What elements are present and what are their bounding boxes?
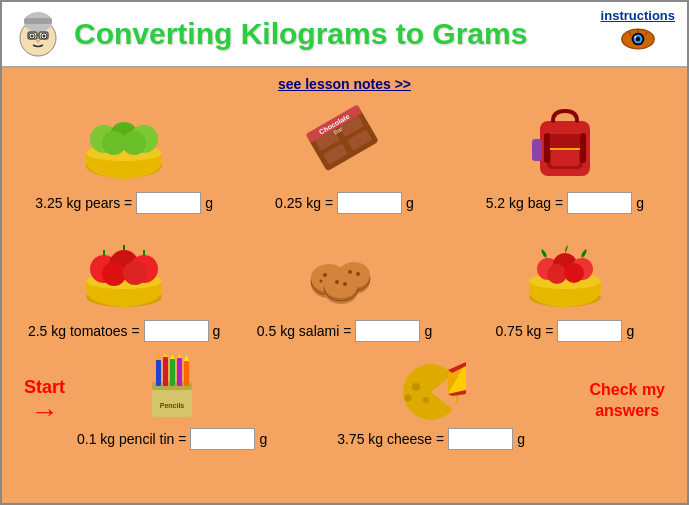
svg-marker-81	[163, 353, 168, 357]
problem-chocolate: Chocolate Bar 0.25 kg = g	[234, 96, 454, 214]
svg-marker-85	[177, 353, 182, 358]
problem-cheese: 3.75 kg cheese = g	[337, 352, 525, 450]
svg-point-65	[324, 272, 358, 298]
cheese-unit: g	[517, 431, 525, 447]
problem-bowl075: 0.75 kg = g	[455, 224, 675, 342]
svg-point-6	[43, 35, 46, 38]
pears-label: 3.25 kg pears =	[35, 195, 132, 211]
bowl075-unit: g	[626, 323, 634, 339]
tomatoes-unit: g	[213, 323, 221, 339]
salami-input[interactable]	[355, 320, 420, 342]
bowl075-label: 0.75 kg =	[495, 323, 553, 339]
start-area[interactable]: Start →	[24, 377, 65, 426]
svg-point-66	[335, 280, 339, 284]
svg-point-94	[405, 395, 412, 402]
bag-unit: g	[636, 195, 644, 211]
problems-grid: 3.25 kg pears = g	[14, 96, 675, 342]
pencil-image: Pencils	[137, 352, 207, 422]
cheese-label: 3.75 kg cheese =	[337, 431, 444, 447]
check-answers-button[interactable]: Check my answers	[589, 380, 665, 422]
mascot-icon	[12, 8, 64, 60]
svg-marker-79	[156, 354, 161, 360]
tomatoes-input[interactable]	[144, 320, 209, 342]
tomatoes-label: 2.5 kg tomatoes =	[28, 323, 140, 339]
chocolate-unit: g	[406, 195, 414, 211]
salami-label: 0.5 kg salami =	[257, 323, 352, 339]
svg-rect-40	[532, 139, 542, 161]
svg-marker-87	[184, 355, 189, 361]
bowl075-problem-row: 0.75 kg = g	[495, 320, 634, 342]
pears-problem-row: 3.25 kg pears = g	[35, 192, 213, 214]
svg-point-46	[102, 262, 126, 286]
svg-point-56	[320, 280, 323, 283]
chocolate-problem-row: 0.25 kg = g	[275, 192, 414, 214]
svg-rect-78	[156, 360, 161, 386]
arrow-right-icon: →	[31, 398, 59, 426]
lesson-notes-link[interactable]: see lesson notes >>	[14, 76, 675, 92]
page-title: Converting Kilograms to Grams	[74, 17, 677, 51]
svg-point-14	[636, 37, 641, 42]
svg-text:Pencils: Pencils	[160, 402, 185, 409]
eye-icon	[620, 27, 656, 51]
problem-pencil: Pencils 0.1 kg pen	[77, 352, 267, 450]
chocolate-input[interactable]	[337, 192, 402, 214]
bag-label: 5.2 kg bag =	[486, 195, 563, 211]
chocolate-label: 0.25 kg =	[275, 195, 333, 211]
salami-unit: g	[424, 323, 432, 339]
svg-point-92	[412, 383, 420, 391]
bowl075-image	[520, 224, 610, 314]
salami-problem-row: 0.5 kg salami = g	[257, 320, 432, 342]
problem-salami: 0.5 kg salami = g	[234, 224, 454, 342]
svg-point-93	[423, 397, 429, 403]
svg-point-54	[323, 273, 327, 277]
bottom-row: Start → Pencils	[14, 352, 675, 450]
svg-rect-37	[544, 133, 550, 163]
problem-bag: 5.2 kg bag = g	[455, 96, 675, 214]
cheese-problem-row: 3.75 kg cheese = g	[337, 428, 525, 450]
chocolate-image: Chocolate Bar	[299, 96, 389, 186]
pears-unit: g	[205, 195, 213, 211]
app: Converting Kilograms to Grams instructio…	[0, 0, 689, 505]
svg-rect-80	[163, 357, 168, 386]
check-answers-line1: Check my	[589, 381, 665, 398]
svg-rect-2	[24, 18, 52, 24]
pears-input[interactable]	[136, 192, 201, 214]
svg-rect-36	[550, 149, 580, 167]
svg-point-61	[356, 272, 360, 276]
problem-tomatoes: 2.5 kg tomatoes = g	[14, 224, 234, 342]
svg-rect-82	[170, 359, 175, 386]
svg-point-15	[634, 36, 636, 38]
pears-image	[79, 96, 169, 186]
svg-rect-84	[177, 358, 182, 386]
start-label: Start	[24, 377, 65, 398]
svg-point-47	[123, 261, 147, 285]
check-answers-line2: answers	[595, 402, 659, 419]
svg-marker-83	[170, 354, 175, 359]
svg-point-5	[31, 35, 34, 38]
pencil-input[interactable]	[190, 428, 255, 450]
svg-point-74	[564, 263, 584, 283]
header: Converting Kilograms to Grams instructio…	[2, 2, 687, 68]
salami-image	[299, 224, 389, 314]
svg-point-67	[343, 282, 347, 286]
instructions-link[interactable]: instructions	[601, 8, 675, 23]
svg-point-25	[122, 131, 146, 155]
bag-problem-row: 5.2 kg bag = g	[486, 192, 644, 214]
cheese-input[interactable]	[448, 428, 513, 450]
bag-image	[520, 96, 610, 186]
pencil-unit: g	[259, 431, 267, 447]
pencil-problem-row: 0.1 kg pencil tin = g	[77, 428, 267, 450]
instructions-area: instructions	[601, 8, 675, 51]
main-content: see lesson notes >>	[2, 68, 687, 503]
tomatoes-problem-row: 2.5 kg tomatoes = g	[28, 320, 220, 342]
problem-pears: 3.25 kg pears = g	[14, 96, 234, 214]
pencil-label: 0.1 kg pencil tin =	[77, 431, 186, 447]
svg-rect-38	[580, 133, 586, 163]
cheese-image	[386, 352, 476, 422]
svg-point-73	[547, 264, 567, 284]
bowl075-input[interactable]	[557, 320, 622, 342]
bag-input[interactable]	[567, 192, 632, 214]
tomatoes-image	[79, 224, 169, 314]
svg-point-7	[36, 40, 40, 43]
svg-rect-86	[184, 361, 189, 386]
